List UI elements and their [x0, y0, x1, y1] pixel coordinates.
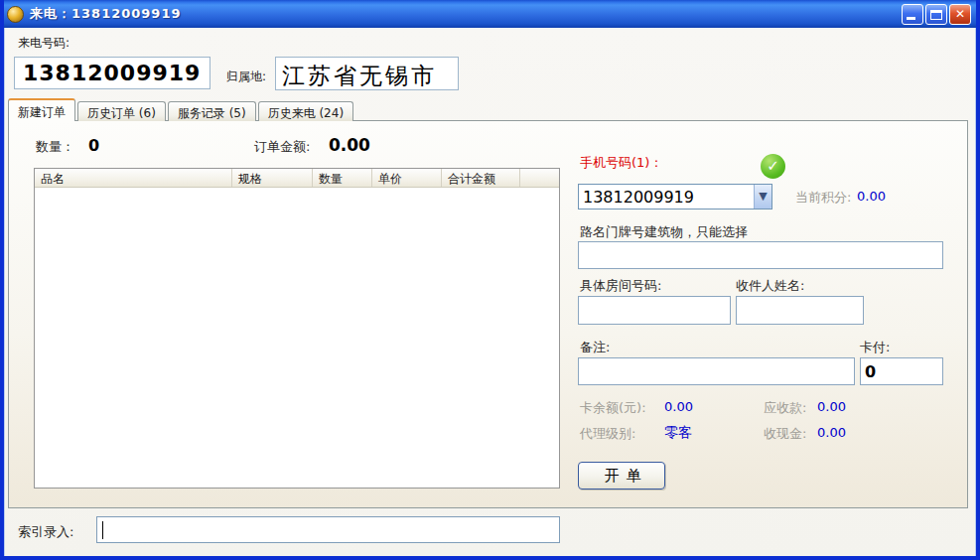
card-pay-label: 卡付: [860, 339, 890, 356]
chevron-down-icon[interactable]: ▼ [754, 185, 771, 209]
column-header-filler [520, 169, 559, 187]
caller-number-value: 13812009919 [14, 57, 210, 89]
remark-label: 备注: [580, 339, 610, 356]
tab-history-calls[interactable]: 历史来电 (24) [258, 101, 353, 121]
window-controls: ✕ [902, 4, 971, 25]
address-input[interactable] [578, 241, 943, 269]
column-header-unit-price[interactable]: 单价 [372, 169, 442, 187]
minimize-icon [907, 17, 915, 20]
tab-new-order[interactable]: 新建订单 [8, 98, 75, 121]
tab-bar: 新建订单 历史订单 (6) 服务记录 (5) 历史来电 (24) [8, 98, 355, 121]
minimize-button[interactable] [902, 4, 923, 25]
index-entry-input[interactable] [103, 519, 555, 540]
room-number-input[interactable] [578, 296, 731, 325]
recipient-name-input[interactable] [736, 296, 864, 325]
caller-number-label: 来电号码: [18, 35, 70, 52]
column-header-quantity[interactable]: 数量 [313, 169, 372, 187]
card-balance-value: 0.00 [664, 399, 693, 414]
maximize-button[interactable] [925, 4, 947, 25]
card-pay-input[interactable] [860, 357, 943, 385]
address-label: 路名门牌号建筑物，只能选择 [580, 223, 748, 241]
index-entry-field [96, 516, 560, 543]
remark-input[interactable] [578, 357, 855, 385]
close-icon: ✕ [950, 7, 970, 21]
mobile-number-label: 手机号码(1)： [580, 154, 662, 172]
column-header-total[interactable]: 合计金额 [442, 169, 520, 187]
receivable-value: 0.00 [817, 399, 846, 414]
caller-location-value: 江苏省无锡市 [275, 57, 459, 90]
window-title: 来电：13812009919 [30, 5, 182, 23]
card-balance-label: 卡余额(元): [580, 399, 646, 417]
new-order-panel: 数量： 0 订单金额: 0.00 品名 规格 数量 单价 合计金额 手机号码(1… [8, 120, 968, 508]
quantity-value: 0 [88, 136, 99, 155]
app-window: 来电：13812009919 ✕ 来电号码: 13812009919 归属地: … [0, 0, 980, 560]
window-content: 来电号码: 13812009919 归属地: 江苏省无锡市 新建订单 历史订单 … [4, 28, 976, 556]
receivable-label: 应收款: [764, 399, 806, 417]
caller-location-label: 归属地: [226, 69, 266, 85]
column-header-product[interactable]: 品名 [35, 169, 232, 187]
points-label: 当前积分: [795, 189, 851, 207]
close-button[interactable]: ✕ [949, 4, 971, 25]
room-number-label: 具体房间号码: [580, 277, 661, 295]
points-value: 0.00 [857, 189, 886, 204]
cash-value: 0.00 [817, 425, 846, 440]
index-entry-label: 索引录入: [18, 523, 73, 541]
tab-history-orders[interactable]: 历史订单 (6) [77, 101, 166, 121]
maximize-icon [930, 10, 942, 20]
quantity-label: 数量： [36, 138, 74, 156]
table-header-row: 品名 规格 数量 单价 合计金额 [35, 169, 559, 188]
column-header-spec[interactable]: 规格 [232, 169, 313, 187]
amount-value: 0.00 [329, 135, 370, 155]
app-icon [7, 6, 24, 23]
agent-level-value[interactable]: 零客 [664, 424, 692, 442]
mobile-number-select[interactable]: 13812009919 ▼ [578, 184, 772, 210]
order-items-table[interactable]: 品名 规格 数量 单价 合计金额 [34, 168, 560, 489]
mobile-number-selected-value: 13812009919 [579, 185, 754, 209]
cash-label: 收现金: [764, 425, 806, 443]
verified-check-icon: ✓ [761, 154, 785, 179]
titlebar[interactable]: 来电：13812009919 ✕ [0, 0, 980, 28]
agent-level-label: 代理级别: [580, 425, 635, 443]
tab-service-records[interactable]: 服务记录 (5) [168, 101, 256, 121]
create-order-button[interactable]: 开单 [578, 462, 665, 490]
recipient-name-label: 收件人姓名: [736, 277, 804, 295]
amount-label: 订单金额: [254, 138, 310, 156]
